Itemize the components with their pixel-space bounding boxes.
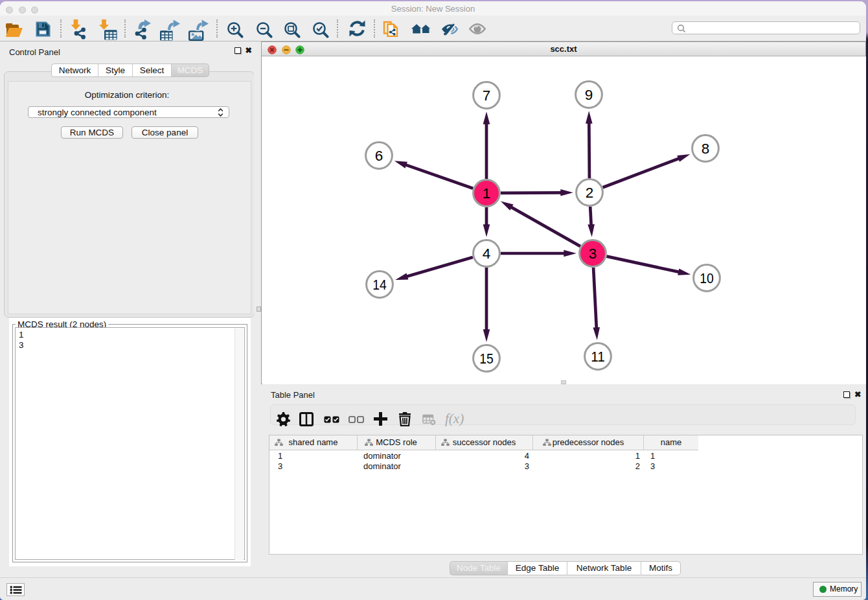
svg-text:2: 2: [586, 185, 594, 201]
svg-text:15: 15: [479, 351, 494, 367]
svg-text:14: 14: [372, 277, 387, 293]
svg-text:9: 9: [585, 87, 593, 103]
svg-text:1: 1: [483, 185, 491, 202]
svg-text:10: 10: [700, 270, 714, 286]
svg-text:3: 3: [589, 246, 597, 262]
svg-text:8: 8: [702, 141, 710, 157]
svg-text:11: 11: [591, 349, 605, 365]
svg-text:4: 4: [483, 246, 491, 262]
svg-text:7: 7: [483, 87, 491, 104]
svg-text:6: 6: [375, 148, 383, 164]
